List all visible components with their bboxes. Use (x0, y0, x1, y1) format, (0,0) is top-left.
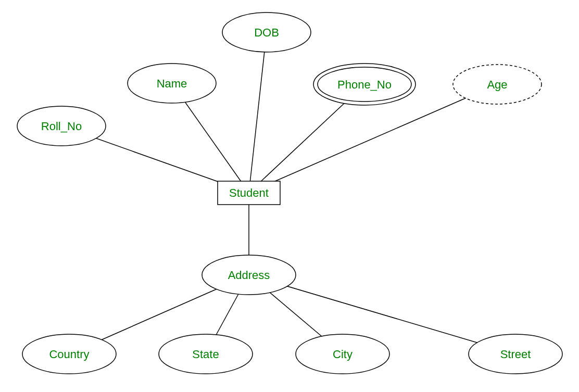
entity-student-label: Student (229, 186, 269, 199)
attr-city: City (296, 334, 389, 374)
er-diagram: Student Roll_No Name DOB Phone_No Age Ad… (0, 0, 579, 392)
attr-state: State (159, 334, 253, 374)
attr-phone-no: Phone_No (313, 64, 416, 105)
attr-age-label: Age (487, 78, 507, 91)
attr-address: Address (202, 255, 296, 295)
attr-address-label: Address (228, 269, 270, 282)
attr-street-label: Street (500, 348, 531, 361)
attr-street: Street (469, 334, 562, 374)
attr-state-label: State (192, 348, 219, 361)
attr-dob: DOB (222, 12, 311, 52)
attr-dob-label: DOB (254, 26, 279, 39)
attr-roll-no: Roll_No (17, 106, 106, 146)
attr-roll-no-label: Roll_No (41, 120, 82, 133)
attr-name: Name (128, 64, 216, 103)
attr-country-label: Country (49, 348, 89, 361)
attr-phone-no-label: Phone_No (337, 78, 392, 91)
attr-name-label: Name (157, 77, 187, 90)
attr-city-label: City (333, 348, 353, 361)
edge-student-dob (249, 32, 267, 193)
edge-address-street (249, 275, 515, 354)
attr-country: Country (22, 334, 116, 374)
attr-age: Age (453, 65, 542, 104)
entity-student: Student (218, 181, 280, 205)
